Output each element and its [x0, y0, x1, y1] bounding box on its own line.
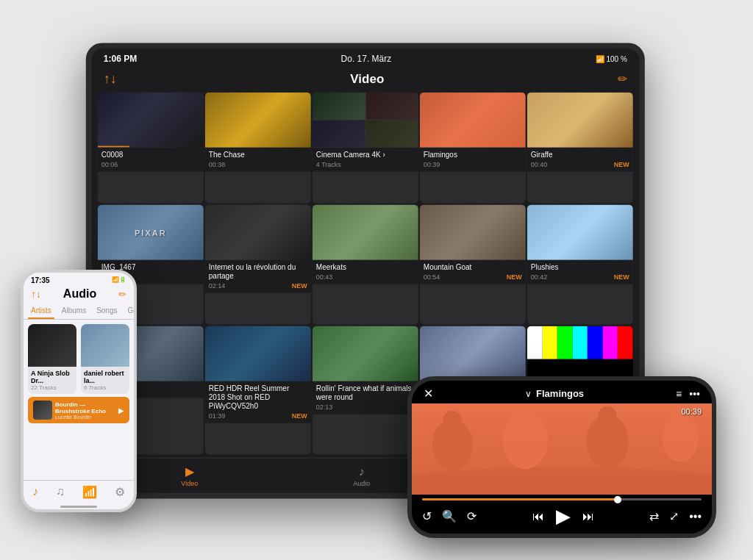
album-name-ninja: A Ninja Slob Dr...	[31, 370, 74, 384]
video-info-cinema: Cinema Camera 4K › 4 Tracks	[313, 148, 418, 172]
now-playing-bar[interactable]: Bourdin — Brushstroke Echo Lucette Bourd…	[28, 397, 129, 423]
tab-video[interactable]: ▶ Video	[181, 464, 198, 487]
iphone-tab-icon-music[interactable]: ♪	[32, 485, 38, 499]
video-thumb-plushies	[527, 205, 633, 260]
tablet-status-bar: 1:06 PM Do. 17. März 📶 100 %	[92, 49, 639, 68]
player-notch-area: ✕ ∨ Flamingos ≡ •••	[412, 381, 712, 403]
video-title-flamingos: Flamingos	[424, 151, 522, 159]
player-chevron-icon: ∨	[525, 389, 532, 399]
video-thumb-meerkats	[313, 205, 418, 260]
sort-icon[interactable]: ↑↓	[104, 71, 117, 87]
video-duration-flamingos: 00:39	[424, 161, 440, 168]
video-item-rollin[interactable]: Rollin' France what if animals were roun…	[313, 326, 418, 455]
tab-songs[interactable]: Songs	[93, 304, 120, 319]
player-close-button[interactable]: ✕	[424, 387, 433, 401]
now-playing-play-icon[interactable]: ▶	[118, 406, 124, 414]
tablet-toolbar: ↑↓ Video ✏	[92, 68, 639, 93]
album-item-daniel[interactable]: daniel robert la... 6 Tracks	[81, 324, 129, 394]
player-fullscreen-button[interactable]: ⤢	[669, 509, 679, 523]
video-thumb-cinema	[313, 93, 418, 148]
player-progress-dot	[614, 496, 621, 503]
video-duration-c0008: 00:06	[101, 161, 118, 168]
video-tracks-cinema: 4 Tracks	[316, 161, 341, 168]
video-duration-internet: 02:14	[209, 282, 226, 290]
player-loop-button[interactable]: ⟳	[467, 509, 477, 523]
video-info-internet: Internet ou la révolution du partage 02:…	[205, 260, 311, 293]
player-more-icon[interactable]: •••	[689, 388, 700, 400]
video-thumb-c0008	[98, 93, 204, 148]
player-next-button[interactable]: ⏭	[582, 510, 594, 523]
new-badge-giraffe: NEW	[614, 161, 629, 168]
video-info-plushies: Plushies 00:42 NEW	[527, 260, 633, 284]
video-info-giraffe: Giraffe 00:40 NEW	[527, 148, 633, 172]
player-right-icons: ≡ •••	[676, 388, 700, 400]
player-timestamp-overlay: 00:39	[412, 403, 712, 420]
player-play-button[interactable]: ▶	[556, 505, 571, 528]
pixar-text: PIXAR	[135, 228, 167, 237]
video-title-c0008: C0008	[101, 151, 200, 159]
player-timestamp: 00:39	[681, 407, 702, 416]
player-search-button[interactable]: 🔍	[442, 509, 457, 523]
player-controls-area: ↺ 🔍 ⟳ ⏮ ▶ ⏭ ⇄ ⤢ •••	[412, 495, 712, 534]
iphone-edit-icon[interactable]: ✏	[118, 289, 126, 300]
video-duration-redhdr: 01:39	[209, 412, 226, 420]
video-item-internet[interactable]: Internet ou la révolution du partage 02:…	[205, 205, 311, 325]
iphone-tab-icon-signal[interactable]: 📶	[82, 485, 97, 499]
audio-tab-label: Audio	[353, 479, 370, 487]
video-item-redhdr[interactable]: RED HDR Reel Summer 2018 Shot on RED PiW…	[205, 326, 311, 455]
video-item-plushies[interactable]: Plushies 00:42 NEW	[527, 205, 633, 325]
tab-audio[interactable]: ♪ Audio	[353, 464, 370, 487]
tablet-status-icons: 📶 100 %	[596, 54, 627, 62]
new-badge-mtngoat: NEW	[507, 273, 522, 281]
player-shuffle-button[interactable]: ⇄	[649, 509, 659, 523]
player-prev-button[interactable]: ⏮	[532, 510, 544, 523]
iphone-time: 17:35	[31, 276, 50, 284]
player-video-area: 00:39	[412, 403, 712, 495]
edit-icon[interactable]: ✏	[618, 72, 627, 86]
new-badge-redhdr: NEW	[292, 412, 307, 420]
video-item-cinema[interactable]: Cinema Camera 4K › 4 Tracks	[313, 93, 418, 204]
video-title-mtngoat: Mountain Goat	[424, 263, 522, 272]
player-progress-track[interactable]	[422, 498, 702, 500]
album-info-daniel: daniel robert la... 6 Tracks	[81, 367, 129, 394]
video-tab-label: Video	[181, 480, 198, 487]
album-info-ninja: A Ninja Slob Dr... 22 Tracks	[28, 367, 76, 394]
audio-tab-icon: ♪	[359, 464, 365, 478]
iphone-status-icons: 📶🔋	[112, 276, 126, 284]
video-title-chase: The Chase	[209, 151, 307, 159]
iphone-tab-icon-settings[interactable]: ⚙	[115, 485, 125, 499]
iphone-tabbar: ♪ ♫ 📶 ⚙	[24, 480, 134, 503]
album-item-ninja[interactable]: A Ninja Slob Dr... 22 Tracks	[28, 324, 76, 394]
player-more-options-button[interactable]: •••	[689, 510, 702, 523]
video-info-redhdr: RED HDR Reel Summer 2018 Shot on RED PiW…	[205, 381, 311, 423]
iphone-player-device: ✕ ∨ Flamingos ≡ •••	[407, 376, 716, 538]
video-duration-chase: 00:38	[209, 161, 226, 168]
tab-artists[interactable]: Artists	[28, 304, 54, 319]
iphone-home-indicator[interactable]	[24, 503, 134, 509]
video-thumb-flamingos	[420, 93, 526, 148]
video-duration-plushies: 00:42	[531, 273, 548, 281]
tablet-time: 1:06 PM	[104, 54, 137, 64]
player-menu-icon[interactable]: ≡	[676, 388, 682, 400]
video-thumb-giraffe	[527, 93, 633, 148]
iphone-tab-icon-audio2[interactable]: ♫	[56, 485, 65, 499]
video-item-mtngoat[interactable]: Mountain Goat 00:54 NEW	[420, 205, 526, 325]
tab-albums[interactable]: Albums	[59, 304, 89, 319]
player-left-controls: ↺ 🔍 ⟳	[422, 509, 477, 523]
album-thumb-ninja	[28, 324, 76, 367]
video-item-flamingos[interactable]: Flamingos 00:39	[420, 93, 526, 204]
video-info-flamingos: Flamingos 00:39	[420, 148, 526, 172]
video-item-c0008[interactable]: C0008 00:06	[98, 93, 204, 204]
video-item-giraffe[interactable]: Giraffe 00:40 NEW	[527, 93, 633, 204]
iphone-sort-icon[interactable]: ↑↓	[31, 288, 41, 300]
player-replay-button[interactable]: ↺	[422, 509, 432, 523]
video-item-meerkats[interactable]: Meerkats 00:43	[313, 205, 418, 325]
video-title-cinema: Cinema Camera 4K ›	[316, 151, 415, 159]
tablet-date: Do. 17. März	[341, 54, 392, 64]
video-title-rollin: Rollin' France what if animals were roun…	[316, 384, 415, 402]
player-screen: ✕ ∨ Flamingos ≡ •••	[412, 381, 712, 534]
video-item-chase[interactable]: The Chase 00:38	[205, 93, 311, 204]
player-title-area: ∨ Flamingos	[525, 388, 584, 399]
tab-genres[interactable]: Genres	[125, 304, 138, 319]
iphone-audio-title: Audio	[63, 287, 96, 301]
